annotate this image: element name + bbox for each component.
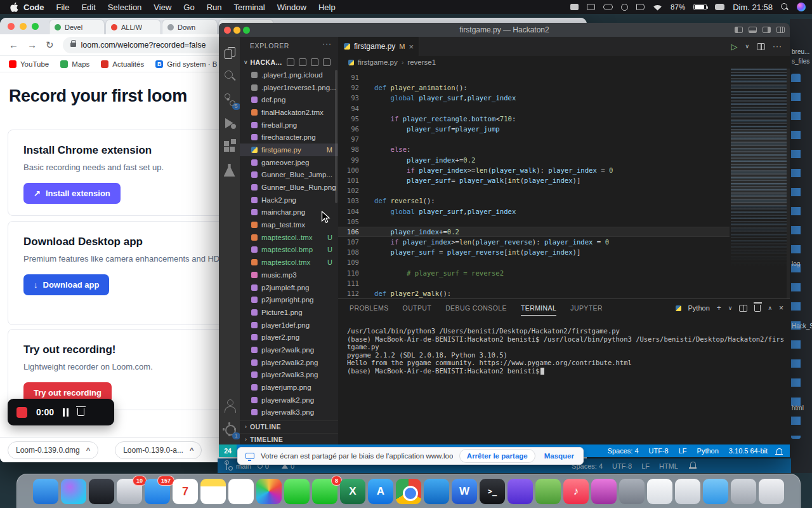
status-python[interactable]: Python bbox=[697, 447, 719, 455]
browser-tab-0[interactable]: Devel bbox=[49, 19, 105, 34]
dock-chrome[interactable] bbox=[396, 479, 421, 504]
file-finalHackaton2.tmx[interactable]: finalHackaton2.tmx bbox=[240, 106, 338, 119]
dock-vscode[interactable] bbox=[424, 479, 449, 504]
dock-projects-folder[interactable] bbox=[731, 479, 756, 504]
file-maptestcol.bmp[interactable]: maptestcol.bmpU bbox=[240, 244, 338, 257]
globe-icon[interactable] bbox=[621, 4, 628, 11]
menu-terminal[interactable]: Terminal bbox=[234, 3, 265, 12]
file-player2.png[interactable]: player2.png bbox=[240, 331, 338, 344]
file-playerjump.png[interactable]: playerjump.png bbox=[240, 381, 338, 394]
download-item-0[interactable]: Loom-0.139.0.dmg^ bbox=[8, 441, 98, 459]
dock-deezer[interactable] bbox=[508, 479, 533, 504]
file-.player1reverse1.png...[interactable]: .player1reverse1.png... bbox=[240, 81, 338, 94]
file-player1def.png[interactable]: player1def.png bbox=[240, 319, 338, 331]
maximize-panel-icon[interactable]: ∧ bbox=[768, 305, 772, 311]
notifications-bell-icon[interactable] bbox=[776, 448, 782, 454]
status-utf-8[interactable]: UTF-8 bbox=[649, 447, 669, 455]
menubar-clock[interactable]: Dim. 21:58 bbox=[733, 3, 773, 12]
download-app-button[interactable]: ↓Download app bbox=[23, 274, 109, 295]
status-3-10-5-64-bit[interactable]: 3.10.5 64-bit bbox=[729, 447, 768, 455]
dock-mail[interactable]: 157 bbox=[145, 479, 170, 504]
toggle-secondary-sidebar-icon[interactable] bbox=[763, 27, 771, 33]
run-debug-icon[interactable] bbox=[222, 116, 237, 131]
new-file-icon[interactable] bbox=[287, 58, 294, 66]
outline-section[interactable]: › OUTLINE bbox=[240, 420, 338, 432]
address-bar[interactable]: loom.com/welcome?recorded=false bbox=[63, 37, 229, 53]
stop-sharing-button[interactable]: Arrêter le partage bbox=[459, 449, 535, 463]
dock-word[interactable]: W bbox=[452, 479, 477, 504]
dock-notes[interactable] bbox=[200, 479, 226, 504]
file-maptestcol..tmx[interactable]: maptestcol..tmxU bbox=[240, 231, 338, 244]
file-Gunner_Blue_Jump...[interactable]: Gunner_Blue_Jump... bbox=[240, 169, 338, 182]
dock-excel[interactable]: X bbox=[340, 479, 365, 504]
file-.player1.png.icloud[interactable]: .player1.png.icloud bbox=[240, 69, 338, 81]
code-editor[interactable]: 9192def player_animation():93 global pla… bbox=[338, 69, 790, 298]
dock-podcasts[interactable] bbox=[591, 479, 617, 504]
dock-launchpad[interactable] bbox=[89, 479, 114, 504]
browser-tab-1[interactable]: ALL/W bbox=[105, 19, 161, 34]
search-icon[interactable] bbox=[222, 69, 237, 84]
file-music.mp3[interactable]: music.mp3 bbox=[240, 269, 338, 281]
pause-recording-button[interactable] bbox=[63, 408, 69, 417]
breadcrumb-file[interactable]: firstgame.py bbox=[358, 58, 398, 66]
install-extension-button[interactable]: ↗Install extension bbox=[23, 183, 121, 204]
menu-code[interactable]: Code bbox=[23, 3, 44, 12]
controller-icon[interactable] bbox=[603, 4, 613, 10]
file-gameover.jpeg[interactable]: gameover.jpeg bbox=[240, 156, 338, 169]
menu-run[interactable]: Run bbox=[207, 3, 222, 12]
siri-icon[interactable] bbox=[797, 3, 806, 11]
dock-utilities[interactable] bbox=[619, 479, 645, 504]
volume-icon[interactable] bbox=[636, 4, 645, 10]
dock-trash[interactable] bbox=[759, 479, 784, 504]
bookmark-1[interactable]: Maps bbox=[60, 60, 89, 68]
discard-recording-button[interactable] bbox=[77, 408, 84, 416]
dock-downloads-folder[interactable] bbox=[703, 479, 728, 504]
toggle-panel-icon[interactable] bbox=[749, 27, 757, 33]
file-firstgame.py[interactable]: firstgame.pyM bbox=[240, 144, 338, 156]
file-playerwalk3.png[interactable]: playerwalk3.png bbox=[240, 406, 338, 419]
close-panel-icon[interactable]: × bbox=[779, 304, 783, 312]
toggle-sidebar-icon[interactable] bbox=[735, 27, 743, 33]
file-p2jumpleft.png[interactable]: p2jumpleft.png bbox=[240, 281, 338, 294]
shell-name[interactable]: Python bbox=[688, 304, 710, 312]
minimize-window-button[interactable] bbox=[20, 23, 27, 30]
reload-button[interactable]: ↻ bbox=[46, 39, 54, 51]
timeline-section[interactable]: › TIMELINE bbox=[240, 433, 338, 444]
dock-documents[interactable] bbox=[647, 479, 672, 504]
download-item-1[interactable]: Loom-0.139.0-a...^ bbox=[115, 441, 202, 459]
kill-terminal-icon[interactable] bbox=[754, 305, 761, 312]
file-Gunner_Blue_Run.png[interactable]: Gunner_Blue_Run.png bbox=[240, 181, 338, 194]
menu-go[interactable]: Go bbox=[183, 3, 194, 12]
dock-preview[interactable] bbox=[675, 479, 700, 504]
wifi-icon[interactable] bbox=[653, 4, 662, 11]
menu-help[interactable]: Help bbox=[318, 3, 336, 12]
bookmark-2[interactable]: Actualités bbox=[101, 60, 144, 68]
refresh-explorer-icon[interactable] bbox=[311, 58, 318, 66]
status-lf[interactable]: LF bbox=[679, 447, 687, 455]
file-Picture1.png[interactable]: Picture1.png bbox=[240, 306, 338, 319]
file-firecharacter.png[interactable]: firecharacter.png bbox=[240, 131, 338, 144]
dock-photos[interactable] bbox=[256, 479, 282, 504]
extensions-icon[interactable] bbox=[222, 139, 237, 154]
dock-terminal[interactable]: >_ bbox=[480, 479, 505, 504]
bookmark-0[interactable]: YouTube bbox=[9, 60, 49, 68]
panel-tab-jupyter[interactable]: JUPYTER bbox=[570, 300, 603, 316]
breadcrumb-symbol[interactable]: reverse1 bbox=[407, 58, 436, 66]
apple-menu-icon[interactable] bbox=[10, 3, 18, 12]
accounts-icon[interactable] bbox=[222, 398, 237, 413]
dock-system-settings[interactable]: 10 bbox=[117, 479, 142, 504]
file-p2jumpright.png[interactable]: p2jumpright.png bbox=[240, 293, 338, 306]
menu-file[interactable]: File bbox=[56, 3, 70, 12]
minimize-window-button[interactable] bbox=[233, 27, 240, 34]
minimap-viewport[interactable] bbox=[731, 130, 787, 206]
run-python-file-icon[interactable]: ▷ bbox=[731, 42, 737, 51]
terminal-dropdown-icon[interactable]: ∨ bbox=[728, 305, 733, 311]
dock-music[interactable]: ♪ bbox=[563, 479, 589, 504]
zoom-window-button[interactable] bbox=[32, 23, 39, 30]
dock-messages[interactable] bbox=[284, 479, 310, 504]
file-map_test.tmx[interactable]: map_test.tmx bbox=[240, 218, 338, 231]
menu-window[interactable]: Window bbox=[277, 3, 306, 12]
zoom-window-button[interactable] bbox=[243, 27, 250, 34]
dock-reminders[interactable] bbox=[228, 479, 254, 504]
stop-record-button[interactable] bbox=[16, 407, 27, 418]
